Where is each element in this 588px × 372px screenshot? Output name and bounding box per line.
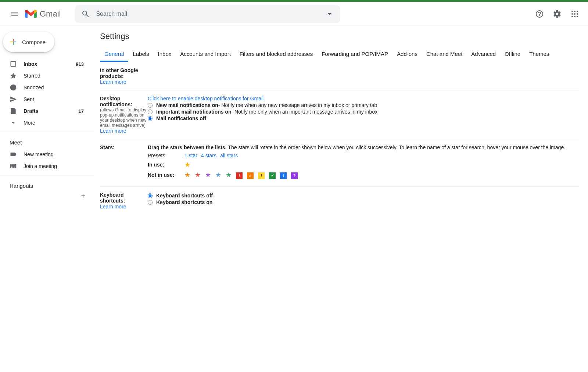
apps-button[interactable] [567,7,582,21]
tab-general[interactable]: General [100,47,128,62]
sidebar-item-label: Starred [24,73,40,79]
svg-point-0 [571,11,573,12]
star-red-icon[interactable]: ★ [195,171,201,179]
topbar: Gmail [0,2,588,26]
search-bar[interactable] [75,5,340,23]
purple-question-icon[interactable]: ? [291,171,298,179]
sidebar-item-inbox[interactable]: Inbox 913 [0,58,88,70]
tab-offline[interactable]: Offline [500,47,525,62]
presets-label: Presets: [148,153,184,158]
main-menu-button[interactable] [6,5,24,23]
gmail-logo-icon [25,10,37,18]
shortcuts-title: Keyboard shortcuts: [100,192,148,204]
sidebar-item-starred[interactable]: Starred [0,70,88,82]
gear-icon [553,10,562,18]
svg-point-8 [577,16,578,17]
tab-labels[interactable]: Labels [128,47,153,62]
sidebar-item-label: Sent [24,96,34,102]
hamburger-icon [10,10,19,18]
tab-inbox[interactable]: Inbox [154,47,176,62]
search-options-icon[interactable] [325,10,334,18]
sidebar-item-label: Snoozed [24,85,44,90]
enable-desktop-notifications-link[interactable]: Click here to enable desktop notificatio… [148,96,265,101]
red-bang-icon[interactable]: ! [236,171,243,179]
apps-grid-icon [570,10,579,18]
preset-4-stars[interactable]: 4 stars [201,153,216,158]
partial-prev-section: in other Google products: Learn more [100,62,579,90]
preset-all-stars[interactable]: all stars [220,153,238,158]
shortcuts-learn-more-link[interactable]: Learn more [100,204,126,210]
brand-text: Gmail [40,9,61,19]
desktop-learn-more-link[interactable]: Learn more [100,128,126,134]
svg-point-4 [574,13,576,15]
sidebar-item-label: Join a meeting [24,163,57,169]
gmail-logo[interactable]: Gmail [25,9,61,19]
tab-filters[interactable]: Filters and blocked addresses [235,47,317,62]
tab-addons[interactable]: Add-ons [392,47,422,62]
radio-mail-off[interactable]: Mail notifications off [148,115,579,121]
sidebar-item-join-meeting[interactable]: Join a meeting [0,160,88,172]
star-icon [10,72,17,79]
sidebar-item-more[interactable]: More [0,117,88,129]
svg-point-6 [571,16,573,17]
compose-label: Compose [22,39,46,45]
tab-chat[interactable]: Chat and Meet [422,47,467,62]
meet-header: Meet [0,135,94,149]
sidebar-item-drafts[interactable]: Drafts 17 [0,105,88,117]
send-icon [10,96,17,103]
search-input[interactable] [96,11,325,17]
inbox-count: 913 [76,61,84,67]
video-icon [10,151,17,158]
partial-line2: products: [100,73,148,79]
keyboard-shortcuts-section: Keyboard shortcuts: Learn more Keyboard … [100,187,579,215]
settings-button[interactable] [550,7,564,21]
tab-advanced[interactable]: Advanced [467,47,500,62]
tab-themes[interactable]: Themes [525,47,553,62]
in-use-label: In use: [148,162,184,168]
star-green-icon[interactable]: ★ [226,171,232,179]
radio-new-mail-on[interactable]: New mail notifications on - Notify me wh… [148,102,579,108]
svg-point-3 [571,13,573,15]
radio-shortcuts-off[interactable]: Keyboard shortcuts off [148,193,579,198]
orange-guillemet-icon[interactable]: » [247,171,254,179]
support-button[interactable] [532,7,547,21]
draft-icon [10,107,17,115]
stars-section: Stars: Drag the stars between the lists.… [100,139,579,187]
stars-drag-bold: Drag the stars between the lists. [148,144,227,150]
star-yellow-icon[interactable]: ★ [184,161,190,169]
sidebar-item-label: Inbox [24,61,37,67]
not-in-use-label: Not in use: [148,172,184,178]
sidebar-item-sent[interactable]: Sent [0,93,88,105]
star-orange-icon[interactable]: ★ [184,171,190,179]
stars-title: Stars: [100,144,148,150]
yellow-bang-icon[interactable]: ! [258,171,265,179]
compose-button[interactable]: Compose [3,32,54,52]
hangouts-add-button[interactable]: + [0,192,94,200]
stars-drag-rest: The stars will rotate in the order shown… [227,144,565,150]
radio-important-mail-on[interactable]: Important mail notifications on - Notify… [148,109,579,115]
search-icon [81,10,90,18]
tab-accounts[interactable]: Accounts and Import [176,47,235,62]
preset-1-star[interactable]: 1 star [184,153,197,158]
radio-shortcuts-on[interactable]: Keyboard shortcuts on [148,199,579,205]
settings-tabs: General Labels Inbox Accounts and Import… [100,47,579,62]
desktop-sub: (allows Gmail to display pop-up notifica… [100,107,148,128]
blue-info-icon[interactable]: i [280,171,287,179]
sidebar-item-snoozed[interactable]: Snoozed [0,82,88,93]
chevron-down-icon [10,119,17,126]
page-title: Settings [100,32,579,41]
star-purple-icon[interactable]: ★ [205,171,211,179]
partial-learn-more-link[interactable]: Learn more [100,79,126,85]
tab-forwarding[interactable]: Forwarding and POP/IMAP [317,47,392,62]
desktop-title: Desktop notifications: [100,96,148,107]
sidebar: Compose Inbox 913 Starred Snoozed Sent D… [0,26,94,372]
svg-point-7 [574,16,576,17]
star-blue-icon[interactable]: ★ [215,171,221,179]
main: Settings General Labels Inbox Accounts a… [94,26,588,372]
keyboard-icon [10,162,17,170]
green-check-icon[interactable]: ✓ [269,171,276,179]
clock-icon [10,84,17,91]
help-icon [535,10,544,18]
svg-point-2 [577,11,578,12]
sidebar-item-new-meeting[interactable]: New meeting [0,149,88,160]
